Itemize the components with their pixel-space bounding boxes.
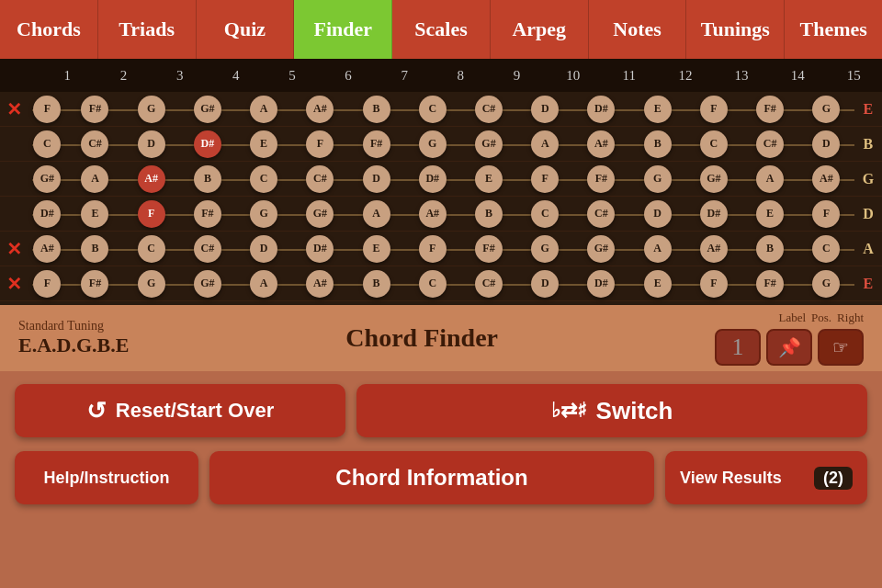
note-circle-s1-f3[interactable]: D# (194, 130, 221, 158)
note-cell-s2-f8[interactable]: E (460, 165, 516, 193)
note-circle-s3-f4[interactable]: G (250, 200, 277, 228)
note-cell-s3-f14[interactable]: F (798, 200, 854, 228)
note-circle-s0-f4[interactable]: A (250, 96, 277, 123)
note-circle-s4-f0[interactable]: A# (33, 235, 61, 263)
note-cell-s2-f0[interactable]: G# (28, 165, 67, 193)
note-cell-s4-f9[interactable]: G (517, 235, 573, 263)
note-cell-s3-f8[interactable]: B (460, 200, 516, 228)
note-cell-s2-f14[interactable]: A# (798, 165, 854, 193)
note-cell-s0-f1[interactable]: F# (67, 96, 123, 123)
note-circle-s4-f13[interactable]: B (756, 235, 784, 263)
note-cell-s1-f8[interactable]: G# (460, 130, 516, 158)
note-circle-s0-f2[interactable]: G (138, 96, 165, 123)
note-circle-s4-f10[interactable]: G# (587, 235, 615, 263)
note-circle-s3-f2[interactable]: F (138, 200, 165, 228)
note-circle-s0-f10[interactable]: D# (587, 96, 615, 123)
note-cell-s2-f4[interactable]: C (236, 165, 292, 193)
note-cell-s2-f13[interactable]: A (741, 165, 797, 193)
note-cell-s3-f5[interactable]: G# (292, 200, 348, 228)
note-circle-s0-f9[interactable]: D (531, 96, 559, 123)
note-cell-s1-f4[interactable]: E (236, 130, 292, 158)
note-cell-s0-f12[interactable]: F (685, 96, 741, 123)
note-cell-s0-f4[interactable]: A (236, 96, 292, 123)
note-cell-s0-f0[interactable]: F (28, 96, 67, 123)
note-circle-s5-f14[interactable]: G (812, 270, 840, 298)
note-cell-s2-f5[interactable]: C# (292, 165, 348, 193)
note-cell-s1-f3[interactable]: D# (179, 130, 235, 158)
note-circle-s5-f11[interactable]: E (644, 270, 672, 298)
view-results-button[interactable]: View Results (2) (665, 451, 867, 504)
note-circle-s5-f0[interactable]: F (33, 270, 61, 298)
note-cell-s4-f2[interactable]: C (123, 235, 179, 263)
note-circle-s2-f7[interactable]: D# (419, 165, 447, 193)
note-circle-s1-f9[interactable]: A (531, 130, 559, 158)
note-cell-s5-f10[interactable]: D# (573, 270, 629, 298)
note-cell-s0-f8[interactable]: C# (460, 96, 516, 123)
note-cell-s4-f11[interactable]: A (629, 235, 685, 263)
note-circle-s3-f1[interactable]: E (81, 200, 108, 228)
note-cell-s3-f12[interactable]: D# (685, 200, 741, 228)
note-circle-s5-f2[interactable]: G (138, 270, 165, 298)
note-cell-s5-f13[interactable]: F# (741, 270, 797, 298)
note-circle-s5-f5[interactable]: A# (306, 270, 334, 298)
help-button[interactable]: Help/Instruction (15, 451, 198, 504)
note-cell-s3-f4[interactable]: G (236, 200, 292, 228)
note-circle-s2-f3[interactable]: B (194, 165, 221, 193)
note-cell-s4-f8[interactable]: F# (460, 235, 516, 263)
note-cell-s1-f9[interactable]: A (517, 130, 573, 158)
note-circle-s0-f3[interactable]: G# (194, 96, 221, 123)
note-cell-s0-f9[interactable]: D (517, 96, 573, 123)
note-circle-s1-f13[interactable]: C# (756, 130, 784, 158)
note-circle-s1-f7[interactable]: G (419, 130, 447, 158)
chord-info-button[interactable]: Chord Information (209, 451, 654, 504)
note-cell-s3-f1[interactable]: E (67, 200, 123, 228)
note-cell-s4-f10[interactable]: G# (573, 235, 629, 263)
note-circle-s4-f6[interactable]: E (363, 235, 390, 263)
note-circle-s2-f2[interactable]: A# (138, 165, 165, 193)
note-circle-s0-f1[interactable]: F# (81, 96, 108, 123)
note-cell-s1-f11[interactable]: B (629, 130, 685, 158)
note-circle-s5-f6[interactable]: B (363, 270, 390, 298)
note-circle-s2-f6[interactable]: D (363, 165, 390, 193)
note-circle-s1-f1[interactable]: C# (81, 130, 108, 158)
note-circle-s3-f8[interactable]: B (475, 200, 503, 228)
note-cell-s1-f12[interactable]: C (685, 130, 741, 158)
note-cell-s4-f5[interactable]: D# (292, 235, 348, 263)
note-circle-s4-f7[interactable]: F (419, 235, 447, 263)
note-cell-s0-f10[interactable]: D# (573, 96, 629, 123)
note-cell-s5-f0[interactable]: F (28, 270, 67, 298)
note-circle-s2-f11[interactable]: G (644, 165, 672, 193)
note-circle-s1-f11[interactable]: B (644, 130, 672, 158)
note-cell-s2-f2[interactable]: A# (123, 165, 179, 193)
note-cell-s0-f3[interactable]: G# (179, 96, 235, 123)
note-cell-s3-f0[interactable]: D# (28, 200, 67, 228)
note-circle-s0-f7[interactable]: C (419, 96, 447, 123)
note-circle-s5-f3[interactable]: G# (194, 270, 221, 298)
note-cell-s5-f11[interactable]: E (629, 270, 685, 298)
note-cell-s3-f9[interactable]: C (517, 200, 573, 228)
note-circle-s4-f11[interactable]: A (644, 235, 672, 263)
note-cell-s5-f4[interactable]: A (236, 270, 292, 298)
note-circle-s3-f6[interactable]: A (363, 200, 390, 228)
note-circle-s4-f9[interactable]: G (531, 235, 559, 263)
note-cell-s4-f1[interactable]: B (67, 235, 123, 263)
note-circle-s2-f4[interactable]: C (250, 165, 277, 193)
note-cell-s4-f3[interactable]: C# (179, 235, 235, 263)
note-circle-s3-f7[interactable]: A# (419, 200, 447, 228)
note-circle-s1-f12[interactable]: C (700, 130, 728, 158)
note-circle-s2-f9[interactable]: F (531, 165, 559, 193)
note-cell-s0-f7[interactable]: C (404, 96, 460, 123)
note-circle-s4-f14[interactable]: C (812, 235, 840, 263)
note-circle-s4-f1[interactable]: B (81, 235, 108, 263)
note-circle-s4-f8[interactable]: F# (475, 235, 503, 263)
reset-button[interactable]: ↺ Reset/Start Over (15, 384, 345, 437)
note-cell-s5-f2[interactable]: G (123, 270, 179, 298)
nav-item-notes[interactable]: Notes (589, 0, 687, 59)
note-circle-s3-f12[interactable]: D# (700, 200, 728, 228)
note-circle-s1-f14[interactable]: D (812, 130, 840, 158)
note-cell-s3-f6[interactable]: A (348, 200, 404, 228)
note-cell-s4-f0[interactable]: A# (28, 235, 67, 263)
note-circle-s4-f12[interactable]: A# (700, 235, 728, 263)
nav-item-themes[interactable]: Themes (785, 0, 882, 59)
note-circle-s2-f10[interactable]: F# (587, 165, 615, 193)
